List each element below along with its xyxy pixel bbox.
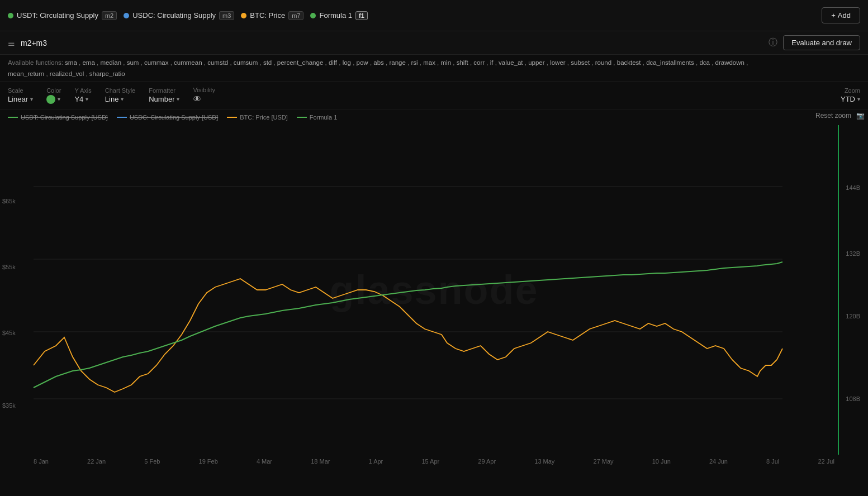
fn-diff[interactable]: diff — [329, 59, 337, 66]
fn-pow[interactable]: pow — [357, 59, 368, 66]
fn-log[interactable]: log — [343, 59, 351, 66]
fn-rsi[interactable]: rsi — [411, 59, 418, 66]
evaluate-button[interactable]: Evaluate and draw — [783, 35, 860, 50]
yaxis-control: Y Axis Y4 ▾ — [74, 87, 91, 103]
usdc-badge[interactable]: m3 — [219, 11, 234, 20]
scale-select[interactable]: Linear ▾ — [8, 95, 33, 103]
legend-item-usdc[interactable]: USDC: Circulating Supply m3 — [124, 11, 234, 20]
fn-median[interactable]: median — [100, 59, 121, 66]
formula1-dot — [310, 13, 316, 18]
zoom-control: Zoom YTD ▾ — [841, 87, 860, 103]
chart-svg — [0, 125, 868, 455]
formatter-select[interactable]: Number ▾ — [149, 95, 179, 103]
zoom-chevron: ▾ — [857, 96, 860, 102]
btc-legend-line — [227, 117, 237, 118]
zoom-value: YTD — [841, 95, 855, 103]
color-chevron: ▾ — [58, 96, 60, 102]
color-select[interactable]: ▾ — [46, 95, 61, 104]
fn-percent_change[interactable]: percent_change — [277, 59, 323, 66]
usdt-badge[interactable]: m2 — [102, 11, 117, 20]
legend-item-formula1[interactable]: Formula 1 f1 — [310, 11, 367, 20]
formatter-chevron: ▾ — [177, 96, 179, 102]
x-label-apr1: 1 Apr — [369, 458, 383, 471]
x-label-may13: 13 May — [534, 458, 554, 471]
fn-upper[interactable]: upper — [528, 59, 544, 66]
functions-bar: Available functions: sma , ema , median … — [0, 55, 868, 82]
usdc-dot — [124, 13, 129, 18]
fn-if[interactable]: if — [490, 59, 494, 66]
visibility-label: Visibility — [193, 87, 215, 93]
color-circle — [46, 95, 55, 104]
add-button[interactable]: + Add — [822, 7, 860, 23]
fn-dca_installments[interactable]: dca_installments — [646, 59, 694, 66]
fn-ema[interactable]: ema — [82, 59, 94, 66]
visibility-eye-icon[interactable]: 👁 — [193, 94, 215, 104]
fn-lower[interactable]: lower — [550, 59, 565, 66]
usdt-chart-label: USDT: Circulating Supply [USD] — [21, 114, 108, 121]
x-label-jul8: 8 Jul — [766, 458, 779, 471]
chart-legend-btc: BTC: Price [USD] — [227, 114, 288, 121]
fn-round[interactable]: round — [595, 59, 611, 66]
x-label-jun10: 10 Jun — [652, 458, 671, 471]
x-label-jan22: 22 Jan — [87, 458, 106, 471]
legend-item-usdt[interactable]: USDT: Circulating Supply m2 — [8, 11, 117, 20]
fn-std[interactable]: std — [263, 59, 272, 66]
formula1-badge[interactable]: f1 — [355, 11, 368, 20]
fn-cummax[interactable]: cummax — [144, 59, 168, 66]
fn-realized_vol[interactable]: realized_vol — [50, 70, 84, 77]
info-icon[interactable]: ⓘ — [769, 37, 777, 49]
btc-badge[interactable]: m7 — [288, 11, 303, 20]
fn-cummean[interactable]: cummean — [174, 59, 202, 66]
fn-shift[interactable]: shift — [457, 59, 468, 66]
fn-corr[interactable]: corr — [473, 59, 485, 66]
chart-wrapper: USDT: Circulating Supply [USD] USDC: Cir… — [0, 109, 868, 471]
fn-sharpe_ratio[interactable]: sharpe_ratio — [89, 70, 125, 77]
fn-min[interactable]: min — [441, 59, 452, 66]
yaxis-select[interactable]: Y4 ▾ — [74, 95, 91, 103]
chart-container[interactable]: glassnode $65k $55k $45k $35k 144B 132B … — [0, 125, 868, 455]
yaxis-chevron: ▾ — [86, 96, 88, 102]
top-bar: USDT: Circulating Supply m2 USDC: Circul… — [0, 0, 868, 31]
scale-control: Scale Linear ▾ — [8, 87, 33, 103]
x-label-feb5: 5 Feb — [144, 458, 160, 471]
formula1-legend-line — [297, 117, 307, 118]
fn-subset[interactable]: subset — [571, 59, 590, 66]
formula1-label: Formula 1 — [319, 11, 352, 20]
fn-range[interactable]: range — [389, 59, 405, 66]
fn-value_at[interactable]: value_at — [499, 59, 523, 66]
yaxis-label: Y Axis — [74, 87, 91, 94]
zoom-select[interactable]: YTD ▾ — [841, 95, 860, 103]
fn-mean_return[interactable]: mean_return — [8, 70, 44, 77]
fn-sum[interactable]: sum — [127, 59, 139, 66]
formatter-value: Number — [149, 95, 174, 103]
fn-cumsum[interactable]: cumsum — [234, 59, 258, 66]
chart-legend-usdt: USDT: Circulating Supply [USD] — [8, 114, 108, 121]
usdt-legend-line — [8, 117, 18, 118]
x-label-mar18: 18 Mar — [311, 458, 330, 471]
chartstyle-value: Line — [105, 95, 119, 103]
fn-max[interactable]: max — [423, 59, 435, 66]
x-label-jan8: 8 Jan — [34, 458, 49, 471]
fn-cumstd[interactable]: cumstd — [207, 59, 228, 66]
fn-dca[interactable]: dca — [699, 59, 710, 66]
fn-abs[interactable]: abs — [373, 59, 384, 66]
chart-legend-usdc: USDC: Circulating Supply [USD] — [117, 114, 218, 121]
formula-input[interactable] — [21, 39, 763, 47]
legend-item-btc[interactable]: BTC: Price m7 — [241, 11, 303, 20]
x-axis: 8 Jan 22 Jan 5 Feb 19 Feb 4 Mar 18 Mar 1… — [0, 455, 868, 471]
formatter-label: Formatter — [149, 87, 179, 94]
fn-drawdown[interactable]: drawdown — [715, 59, 744, 66]
screenshot-icon[interactable]: 📷 — [856, 112, 865, 120]
color-control: Color ▾ — [46, 87, 61, 104]
fn-backtest[interactable]: backtest — [617, 59, 641, 66]
x-label-may27: 27 May — [594, 458, 614, 471]
usdc-chart-label: USDC: Circulating Supply [USD] — [130, 114, 218, 121]
formatter-control: Formatter Number ▾ — [149, 87, 179, 103]
reset-zoom-button[interactable]: Reset zoom — [815, 112, 851, 120]
chart-legend-formula1: Formula 1 — [297, 114, 338, 121]
add-icon: + — [831, 11, 836, 20]
color-label: Color — [46, 87, 61, 94]
fn-sma[interactable]: sma — [65, 59, 77, 66]
scale-label: Scale — [8, 87, 33, 94]
chartstyle-select[interactable]: Line ▾ — [105, 95, 135, 103]
